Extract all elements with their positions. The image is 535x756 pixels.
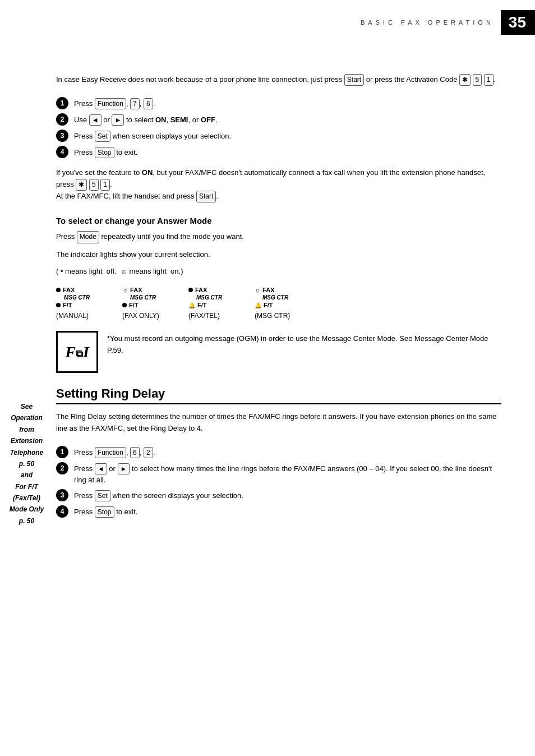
rd-step-item: 4 Press Stop to exit.	[56, 505, 501, 518]
page-container: BASIC FAX OPERATION 35 In case Easy Rece…	[0, 0, 535, 756]
msg-label-msg-ctr: MSG CTR	[262, 294, 288, 301]
fax-row-msg-ctr: ☼ FAX	[255, 287, 288, 293]
rd-step-item: 1 Press Function, 6, 2.	[56, 446, 501, 458]
ft-row-fax-only: F/T	[122, 302, 156, 308]
fax-label-msg-ctr: FAX	[262, 287, 274, 293]
rd-step-item: 2 Press ◄ or ► to select how many times …	[56, 462, 501, 486]
msg-label-manual: MSG CTR	[64, 294, 90, 301]
ft-row-msg-ctr: 🔔 F/T	[255, 302, 288, 308]
start-key: Start	[344, 74, 364, 86]
answer-mode-para2: The indicator lights show your current s…	[56, 249, 501, 261]
fax-bullet-fax-tel	[188, 288, 193, 292]
ft-row-manual: F/T	[56, 302, 90, 308]
rd-key-6: 6	[130, 447, 140, 458]
rd-stop-key: Stop	[95, 506, 114, 518]
act-key-star: ✱	[459, 74, 471, 86]
rd-key-2: 2	[144, 447, 153, 458]
step-item: 2 Use ◄ or ► to select ON, SEMI, or OFF.	[56, 113, 501, 126]
act-1-2: 1	[100, 179, 110, 191]
intro-section: In case Easy Receive does not work becau…	[56, 74, 501, 86]
mode-name-fax-only: (FAX ONLY)	[122, 312, 159, 320]
sidebar-for-ft: For F/T	[15, 483, 38, 491]
ft-row-fax-tel: 🔔 F/T	[188, 302, 222, 308]
left-arrow-key: ◄	[89, 114, 102, 126]
fax-label-fax-only: FAX	[130, 287, 142, 293]
step-item: 1 Press Function, 7, 6.	[56, 97, 501, 109]
fax-sun-msg-ctr: ☼	[255, 287, 260, 293]
msg-label-fax-only: MSG CTR	[130, 294, 156, 301]
step-item: 3 Press Set when screen displays your se…	[56, 130, 501, 142]
mode-name-fax-tel: (FAX/TEL)	[188, 312, 220, 320]
ring-delay-steps-list: 1 Press Function, 6, 2. 2 Press ◄ or ►	[56, 446, 501, 518]
sidebar-see: See	[21, 403, 33, 411]
sidebar-and: and	[21, 471, 33, 479]
sidebar-operation: Operation	[11, 414, 43, 422]
ft-bullet-fax-only	[122, 303, 127, 307]
rd-set-key: Set	[95, 490, 110, 501]
sidebar-fax-tel: (Fax/Tel)	[13, 494, 40, 502]
page-header: BASIC FAX OPERATION 35	[0, 0, 535, 40]
middle-para: If you've set the feature to ON, but you…	[56, 167, 501, 202]
page-number: 35	[501, 10, 535, 35]
ft-bell-fax-tel: 🔔	[188, 302, 195, 308]
answer-mode-para3: ( • means light off. ☼ means light on.)	[56, 266, 501, 278]
fyi-section: F⧉I *You must record an outgoing message…	[56, 331, 501, 373]
step-num-2: 2	[56, 113, 68, 126]
fax-row-fax-tel: FAX	[188, 287, 222, 293]
rd-left-key: ◄	[95, 463, 107, 474]
on-text: ON	[142, 168, 153, 177]
sidebar-layout: 1 Press Function, 6, 2. 2 Press ◄ or ►	[56, 440, 501, 527]
fyi-logo-text: F⧉I	[65, 343, 89, 361]
answer-mode-heading: To select or change your Answer Mode	[56, 216, 501, 225]
mode-key: Mode	[77, 231, 99, 243]
step-4-text: Press Stop to exit.	[74, 146, 501, 158]
msg-label-fax-tel: MSG CTR	[196, 294, 222, 301]
answer-mode-diagram: FAX MSG CTR F/T (MANUAL) ☼	[56, 287, 501, 320]
header-title: BASIC FAX OPERATION	[361, 19, 494, 26]
act-key-5: 5	[473, 74, 482, 86]
step-item: 4 Press Stop to exit.	[56, 146, 501, 158]
semi-bold: SEMI	[170, 116, 188, 124]
step-2-text: Use ◄ or ► to select ON, SEMI, or OFF.	[74, 113, 501, 126]
sidebar-p50a: p. 50	[19, 460, 34, 468]
off-bold: OFF	[201, 116, 215, 124]
rd-step-1-text: Press Function, 6, 2.	[74, 446, 501, 458]
function-key: Function	[95, 98, 126, 109]
ft-label-msg-ctr: F/T	[264, 302, 273, 308]
act-5-2: 5	[89, 179, 99, 191]
on-bold: ON	[155, 116, 167, 124]
mode-fax-only: ☼ FAX MSG CTR F/T (FAX ONLY)	[122, 287, 173, 320]
mode-indicators-fax-tel: FAX MSG CTR 🔔 F/T	[188, 287, 222, 308]
right-arrow-key: ►	[112, 114, 124, 126]
act-star-2: ✱	[76, 179, 87, 191]
sidebar-mode-only: Mode Only	[10, 505, 44, 513]
sidebar-extension: Extension	[11, 437, 43, 445]
mode-indicators-manual: FAX MSG CTR F/T	[56, 287, 90, 308]
start-key-2: Start	[196, 191, 216, 202]
mode-indicators-fax-only: ☼ FAX MSG CTR F/T	[122, 287, 156, 308]
rd-function-key: Function	[95, 447, 126, 458]
intro-para: In case Easy Receive does not work becau…	[56, 74, 501, 86]
msg-row-msg-ctr: MSG CTR	[255, 294, 288, 301]
rd-step-3-text: Press Set when the screen displays your …	[74, 489, 501, 501]
content-area: In case Easy Receive does not work becau…	[0, 74, 535, 549]
stop-key: Stop	[95, 147, 114, 158]
sidebar-p50b: p. 50	[19, 517, 34, 525]
mode-fax-tel: FAX MSG CTR 🔔 F/T (FAX/TEL)	[188, 287, 239, 320]
key-6: 6	[144, 98, 153, 109]
fax-row-manual: FAX	[56, 287, 90, 293]
step-num-1: 1	[56, 97, 68, 109]
step-3-text: Press Set when screen displays your sele…	[74, 130, 501, 142]
key-7: 7	[130, 98, 140, 109]
act-key-1: 1	[484, 74, 494, 86]
rd-step-num-3: 3	[56, 489, 68, 501]
step-num-3: 3	[56, 130, 68, 142]
fax-label-fax-tel: FAX	[195, 287, 207, 293]
top-steps-list: 1 Press Function, 7, 6. 2 Use ◄ or ► to …	[56, 97, 501, 158]
rd-step-4-text: Press Stop to exit.	[74, 505, 501, 518]
sidebar-telephone: Telephone	[10, 449, 44, 457]
step-num-4: 4	[56, 146, 68, 158]
fyi-logo: F⧉I	[56, 331, 98, 373]
mode-name-msg-ctr: (MSG CTR)	[255, 312, 290, 320]
rd-right-key: ►	[118, 463, 130, 474]
